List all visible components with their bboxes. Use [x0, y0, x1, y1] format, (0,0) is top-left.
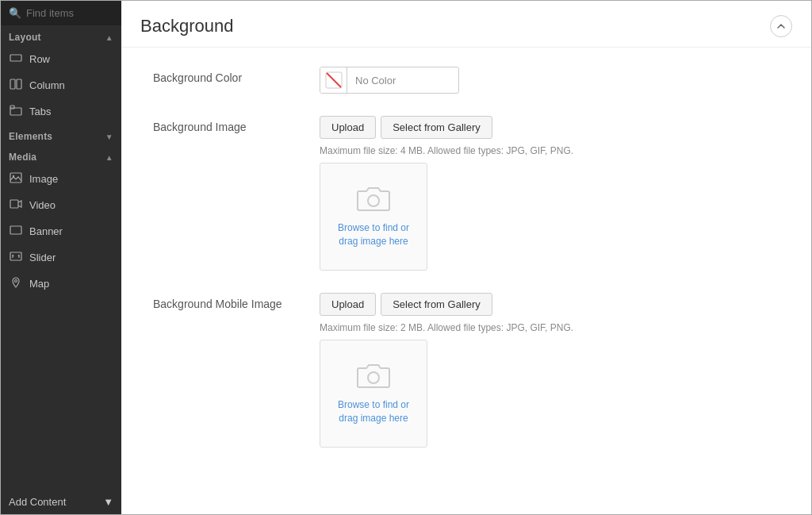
- svg-rect-8: [10, 226, 21, 234]
- no-color-swatch[interactable]: [320, 67, 347, 94]
- bg-mobile-image-field: Background Mobile Image Upload Select fr…: [153, 293, 779, 448]
- add-content-chevron-icon: ▼: [103, 496, 113, 508]
- video-icon: [9, 198, 23, 213]
- bg-color-field: Background Color No Color: [153, 67, 779, 94]
- collapse-button[interactable]: [770, 15, 792, 37]
- main-header: Background: [121, 1, 811, 48]
- sidebar-item-row-label: Row: [29, 53, 50, 65]
- sidebar-item-row[interactable]: Row: [1, 46, 121, 72]
- color-value: No Color: [347, 75, 458, 86]
- bg-image-field: Background Image Upload Select from Gall…: [153, 116, 779, 271]
- media-section-header[interactable]: Media ▲: [1, 145, 121, 166]
- sidebar-item-slider[interactable]: Slider: [1, 244, 121, 271]
- sidebar-item-map-label: Map: [29, 278, 49, 290]
- layout-chevron-icon: ▲: [105, 33, 113, 42]
- bg-mobile-image-gallery-button[interactable]: Select from Gallery: [381, 293, 492, 316]
- svg-point-10: [15, 280, 17, 282]
- search-icon: 🔍: [9, 7, 21, 19]
- bg-image-btn-group: Upload Select from Gallery: [320, 116, 573, 139]
- bg-mobile-image-file-note: Maximum file size: 2 MB. Allowed file ty…: [320, 322, 573, 333]
- bg-image-upload-button[interactable]: Upload: [320, 116, 376, 139]
- svg-rect-1: [10, 79, 15, 89]
- add-content-label: Add Content: [9, 496, 66, 508]
- bg-mobile-image-btn-group: Upload Select from Gallery: [320, 293, 573, 316]
- elements-section-label: Elements: [9, 131, 52, 142]
- page-title: Background: [140, 16, 233, 37]
- bg-image-gallery-button[interactable]: Select from Gallery: [381, 116, 492, 139]
- tabs-icon: [9, 104, 23, 119]
- svg-rect-0: [10, 55, 21, 61]
- sidebar-item-banner-label: Banner: [29, 225, 63, 237]
- media-chevron-icon: ▲: [105, 153, 113, 162]
- sidebar-search-container: 🔍: [1, 1, 121, 25]
- sidebar-item-map[interactable]: Map: [1, 271, 121, 297]
- bg-image-content: Upload Select from Gallery Maximum file …: [320, 116, 573, 271]
- slider-icon: [9, 250, 23, 265]
- svg-rect-5: [10, 173, 21, 183]
- banner-icon: [9, 224, 23, 239]
- svg-rect-9: [10, 252, 21, 260]
- bg-image-drop-text: Browse to find ordrag image here: [338, 221, 409, 248]
- bg-mobile-image-drop-text: Browse to find ordrag image here: [338, 398, 409, 425]
- bg-image-drop-zone[interactable]: Browse to find ordrag image here: [320, 163, 427, 271]
- svg-point-13: [368, 195, 379, 206]
- column-icon: [9, 78, 23, 93]
- add-content-section[interactable]: Add Content ▼: [1, 490, 121, 514]
- map-icon: [9, 276, 23, 291]
- elements-section-header[interactable]: Elements ▼: [1, 125, 121, 145]
- row-icon: [9, 52, 23, 67]
- sidebar-item-tabs-label: Tabs: [29, 106, 51, 117]
- sidebar: 🔍 Layout ▲ Row Column Tabs: [1, 1, 121, 514]
- sidebar-item-video[interactable]: Video: [1, 192, 121, 218]
- search-input[interactable]: [26, 7, 113, 19]
- sidebar-item-video-label: Video: [29, 199, 56, 211]
- elements-chevron-icon: ▼: [105, 133, 113, 141]
- image-icon: [9, 171, 23, 186]
- main-panel: Background Background Color: [121, 1, 811, 514]
- svg-point-14: [368, 372, 379, 383]
- main-content: Background Color No Color Ba: [121, 48, 811, 467]
- bg-mobile-image-upload-button[interactable]: Upload: [320, 293, 376, 316]
- layout-section-header[interactable]: Layout ▲: [1, 25, 121, 46]
- bg-image-file-note: Maximum file size: 4 MB. Allowed file ty…: [320, 145, 573, 156]
- color-input[interactable]: No Color: [320, 67, 459, 94]
- layout-section-label: Layout: [9, 32, 41, 43]
- sidebar-item-tabs[interactable]: Tabs: [1, 98, 121, 125]
- svg-rect-7: [10, 200, 18, 208]
- media-section-label: Media: [9, 152, 36, 163]
- svg-rect-2: [17, 79, 21, 89]
- sidebar-item-slider-label: Slider: [29, 252, 56, 263]
- sidebar-item-column[interactable]: Column: [1, 72, 121, 98]
- bg-mobile-image-content: Upload Select from Gallery Maximum file …: [320, 293, 573, 448]
- bg-color-label: Background Color: [153, 67, 304, 84]
- sidebar-item-banner[interactable]: Banner: [1, 218, 121, 244]
- sidebar-item-image-label: Image: [29, 173, 58, 185]
- bg-color-content: No Color: [320, 67, 459, 94]
- bg-mobile-image-drop-zone[interactable]: Browse to find ordrag image here: [320, 340, 427, 448]
- bg-mobile-image-label: Background Mobile Image: [153, 293, 304, 310]
- bg-image-label: Background Image: [153, 116, 304, 133]
- sidebar-item-column-label: Column: [29, 79, 65, 91]
- sidebar-item-image[interactable]: Image: [1, 166, 121, 192]
